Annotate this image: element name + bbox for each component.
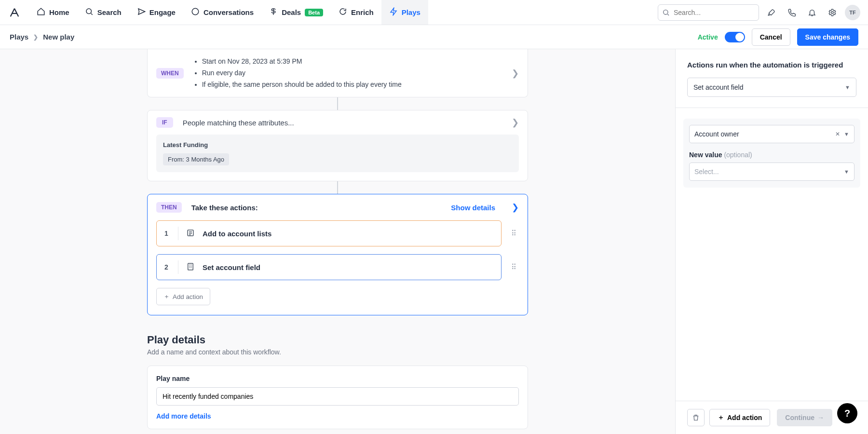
then-tag: THEN: [156, 202, 182, 213]
filter-name: Latest Funding: [163, 141, 512, 149]
nav-conversations[interactable]: Conversations: [183, 0, 261, 25]
show-details-link[interactable]: Show details: [451, 203, 495, 212]
add-action-label: Add action: [727, 414, 762, 421]
nav-engage[interactable]: Engage: [129, 0, 183, 25]
chevron-right-icon: ❯: [512, 68, 519, 79]
action-label: Add to account lists: [203, 230, 271, 238]
svg-point-0: [86, 9, 92, 14]
flow-connector: [337, 97, 338, 110]
drag-handle-icon[interactable]: ⠿: [509, 266, 519, 269]
panel-add-action-button[interactable]: ＋ Add action: [709, 409, 770, 426]
dollar-icon: [269, 7, 278, 17]
when-summary: Start on Nov 28, 2023 at 5:39 PM Run eve…: [193, 56, 502, 90]
send-icon: [137, 7, 146, 17]
field-select-value: Account owner: [694, 130, 739, 138]
then-title: Take these actions:: [191, 203, 258, 212]
user-avatar[interactable]: TF: [845, 5, 860, 20]
new-value-label: New value (optional): [689, 151, 854, 159]
nav-label: Search: [97, 8, 122, 16]
action-item-1[interactable]: 1 Add to account lists: [156, 220, 502, 246]
continue-label: Continue: [785, 414, 814, 421]
search-icon: [85, 7, 94, 17]
nav-label: Enrich: [351, 8, 374, 16]
action-row: 1 Add to account lists ⠿: [156, 220, 519, 246]
new-value-select[interactable]: Select... ▼: [689, 163, 854, 181]
beta-badge: Beta: [305, 9, 323, 16]
cancel-button[interactable]: Cancel: [752, 28, 790, 46]
nav-search[interactable]: Search: [77, 0, 129, 25]
play-details-sub: Add a name and context about this workfl…: [147, 348, 528, 356]
top-nav: Home Search Engage Conversations Deals B…: [0, 0, 868, 25]
active-toggle[interactable]: [725, 32, 745, 42]
svg-point-3: [831, 11, 834, 14]
action-row: 2 Set account field ⠿: [156, 254, 519, 280]
nav-label: Home: [49, 8, 69, 16]
then-card: THEN Take these actions: Show details ❯ …: [147, 194, 528, 315]
action-label: Set account field: [203, 263, 260, 271]
nav-home[interactable]: Home: [29, 0, 77, 25]
when-card[interactable]: WHEN Start on Nov 28, 2023 at 5:39 PM Ru…: [147, 49, 528, 97]
caret-down-icon: ▼: [844, 169, 849, 175]
delete-action-button[interactable]: [687, 409, 705, 426]
nav-label: Plays: [402, 8, 420, 16]
if-card[interactable]: IF People matching these attributes... ❯…: [147, 110, 528, 181]
action-type-select[interactable]: Set account field ▼: [687, 78, 856, 97]
play-name-input[interactable]: [156, 387, 519, 406]
add-action-button[interactable]: ＋ Add action: [156, 288, 210, 305]
trash-icon: [692, 414, 700, 421]
action-number: 2: [164, 263, 170, 271]
filter-group: Latest Funding From: 3 Months Ago: [156, 135, 519, 172]
search-input[interactable]: [658, 4, 759, 21]
action-config-panel: Actions run when the automation is trigg…: [675, 49, 868, 434]
subheader: Plays ❯ New play Active Cancel Save chan…: [0, 25, 868, 49]
action-number: 1: [164, 230, 170, 237]
when-line: Start on Nov 28, 2023 at 5:39 PM: [202, 56, 502, 68]
filter-chip[interactable]: From: 3 Months Ago: [163, 153, 229, 165]
nav-label: Engage: [149, 8, 176, 16]
nav-enrich[interactable]: Enrich: [331, 0, 381, 25]
gear-icon[interactable]: [825, 5, 840, 20]
caret-down-icon: ▼: [845, 84, 850, 90]
breadcrumb: Plays ❯ New play: [10, 33, 74, 41]
global-search[interactable]: [658, 4, 759, 21]
when-line: Run every day: [202, 68, 502, 79]
clear-icon[interactable]: ✕: [835, 131, 840, 137]
add-action-label: Add action: [173, 293, 203, 300]
bell-icon[interactable]: [804, 5, 820, 20]
continue-button[interactable]: Continue →: [777, 409, 832, 426]
home-icon: [37, 7, 45, 17]
chat-icon: [191, 7, 200, 17]
rocket-icon[interactable]: [764, 5, 779, 20]
drag-handle-icon[interactable]: ⠿: [509, 232, 519, 235]
chevron-right-icon: ❯: [512, 117, 519, 128]
play-details-heading: Play details: [147, 334, 528, 346]
account-field-select[interactable]: Account owner ✕ ▼: [689, 125, 854, 143]
select-placeholder: Select...: [694, 168, 719, 176]
refresh-icon: [339, 7, 347, 17]
flow-connector: [337, 181, 338, 194]
caret-down-icon: ▼: [844, 131, 849, 137]
help-fab[interactable]: ?: [837, 403, 857, 423]
breadcrumb-current: New play: [43, 33, 74, 41]
arrow-right-icon: →: [817, 414, 824, 421]
action-item-2[interactable]: 2 Set account field: [156, 254, 502, 280]
when-tag: WHEN: [156, 68, 184, 79]
play-name-label: Play name: [156, 375, 519, 382]
building-icon: [186, 262, 195, 272]
nav-deals[interactable]: Deals Beta: [261, 0, 331, 25]
svg-rect-5: [188, 263, 193, 270]
plus-icon: ＋: [718, 413, 724, 422]
phone-icon[interactable]: [784, 5, 800, 20]
add-more-details-link[interactable]: Add more details: [156, 412, 519, 420]
search-icon: [662, 9, 670, 16]
breadcrumb-root[interactable]: Plays: [10, 33, 28, 41]
lightning-icon: [389, 7, 398, 17]
play-details-section: Play details Add a name and context abou…: [147, 334, 528, 429]
nav-plays[interactable]: Plays: [381, 0, 428, 25]
app-logo[interactable]: [8, 6, 21, 19]
chevron-right-icon: ❯: [33, 34, 38, 41]
save-changes-button[interactable]: Save changes: [797, 28, 858, 46]
nav-label: Deals: [282, 8, 301, 16]
divider: [676, 108, 868, 108]
chevron-right-icon: ❯: [512, 202, 519, 213]
